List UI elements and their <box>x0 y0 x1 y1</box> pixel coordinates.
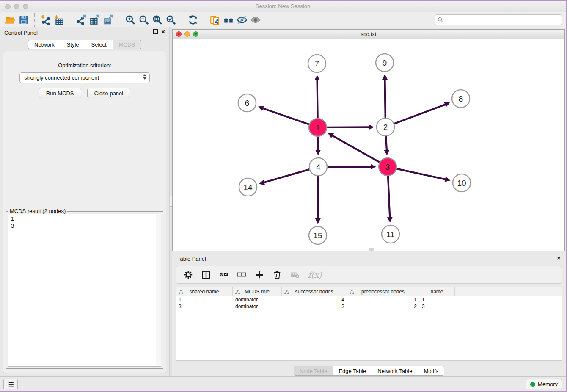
column-header-MCDS-role[interactable]: MCDS role <box>233 287 282 296</box>
column-header-name[interactable]: name <box>419 287 455 296</box>
table-cell[interactable]: dominator <box>233 303 282 310</box>
tab-edge-table[interactable]: Edge Table <box>333 366 372 376</box>
edge-2-9[interactable] <box>385 78 385 118</box>
zoom-selected-button[interactable] <box>164 14 178 26</box>
save-session-button[interactable] <box>17 14 30 26</box>
canvas-scrollbar-handle[interactable] <box>369 248 374 251</box>
table-cell[interactable]: dominator <box>233 296 282 303</box>
column-header-successor-nodes[interactable]: successor nodes <box>282 287 347 296</box>
edge-4-15[interactable] <box>318 176 318 220</box>
graph-node-9[interactable]: 9 <box>376 54 394 72</box>
table-settings-gear-icon[interactable] <box>184 270 193 279</box>
export-table-button[interactable] <box>88 14 102 26</box>
mcds-panel: Optimization criterion: strongly connect… <box>3 51 166 373</box>
graph-node-1[interactable]: 1 <box>309 119 327 136</box>
edge-3-1[interactable] <box>331 135 379 163</box>
network-window-titlebar[interactable]: × – + scc.txt <box>173 30 564 39</box>
tab-select[interactable]: Select <box>85 40 113 49</box>
optimization-criterion-label: Optimization criterion: <box>3 62 166 69</box>
memory-button[interactable]: Memory <box>526 379 562 389</box>
graph-node-8[interactable]: 8 <box>452 90 470 108</box>
zoom-out-button[interactable] <box>137 14 151 26</box>
table-cell[interactable]: 3 <box>419 303 455 310</box>
tab-style[interactable]: Style <box>61 40 85 49</box>
table-cell[interactable]: 3 <box>282 303 347 310</box>
hide-selected-button[interactable] <box>235 14 249 26</box>
run-mcds-button[interactable]: Run MCDS <box>39 88 81 98</box>
search-input[interactable] <box>445 17 559 23</box>
tab-motifs[interactable]: Motifs <box>418 366 444 376</box>
close-panel-button[interactable]: Close panel <box>87 88 131 98</box>
network-view-window: × – + scc.txt 1234678910111415 <box>172 29 565 251</box>
edge-1-7[interactable] <box>317 79 317 118</box>
graph-node-6[interactable]: 6 <box>238 94 256 112</box>
export-image-button[interactable] <box>102 14 115 26</box>
column-header-label: MCDS role <box>245 289 270 295</box>
show-all-button[interactable] <box>249 14 262 26</box>
table-cell[interactable]: 1 <box>419 296 455 303</box>
task-history-button[interactable] <box>3 379 18 389</box>
zoom-in-button[interactable] <box>124 14 137 26</box>
clone-network-button[interactable] <box>208 14 222 26</box>
add-column-icon[interactable] <box>255 270 264 279</box>
edge-1-2[interactable] <box>327 127 370 127</box>
table-cell[interactable]: 1 <box>176 296 233 303</box>
edge-4-14[interactable] <box>263 169 309 183</box>
toolbar-separator <box>34 13 35 27</box>
edge-3-10[interactable] <box>396 169 446 180</box>
select-all-rows-icon[interactable] <box>219 270 228 279</box>
float-panel-icon[interactable] <box>153 29 158 34</box>
result-scrollbar[interactable] <box>156 214 161 367</box>
graph-node-14[interactable]: 14 <box>239 178 257 196</box>
export-network-button[interactable] <box>74 14 88 26</box>
toggle-panes-icon[interactable] <box>201 270 211 279</box>
node-table[interactable]: shared nameMCDS rolesuccessor nodesprede… <box>176 287 562 361</box>
first-neighbors-button[interactable] <box>222 14 235 26</box>
table-cell[interactable]: 3 <box>176 303 233 310</box>
table-cell[interactable]: 1 <box>347 296 419 303</box>
graph-node-2[interactable]: 2 <box>377 118 394 136</box>
close-panel-icon[interactable]: × <box>161 29 165 34</box>
tab-mcds[interactable]: MCDS <box>113 40 141 49</box>
network-canvas[interactable]: 1234678910111415 <box>173 39 564 251</box>
table-cell[interactable]: 2 <box>347 303 419 310</box>
table-cell[interactable]: 4 <box>282 296 347 303</box>
column-header-predecessor-nodes[interactable]: predecessor nodes <box>347 287 419 296</box>
main-toolbar <box>0 12 566 28</box>
float-panel-icon[interactable] <box>549 256 553 260</box>
table-row[interactable]: 1dominator411 <box>176 296 562 303</box>
criterion-dropdown[interactable]: strongly connected component <box>19 72 150 83</box>
column-header-label: shared name <box>189 289 219 295</box>
edge-2-8[interactable] <box>394 104 447 124</box>
mcds-result-text[interactable]: 1 3 <box>8 214 161 367</box>
edge-2-3[interactable] <box>386 136 387 152</box>
show-eye-icon <box>250 14 261 25</box>
panel-splitter[interactable] <box>169 27 172 377</box>
table-row[interactable]: 3dominator323 <box>176 303 562 310</box>
delete-column-trash-icon[interactable] <box>272 270 282 279</box>
graph-node-15[interactable]: 15 <box>309 226 327 244</box>
edge-arrowhead <box>382 74 388 80</box>
tab-node-table[interactable]: Node Table <box>294 366 333 376</box>
column-type-icon <box>349 289 355 295</box>
graph-node-7[interactable]: 7 <box>308 55 326 72</box>
search-box <box>435 14 562 25</box>
open-session-button[interactable] <box>3 14 17 26</box>
function-builder-icon: f(x) <box>308 270 322 279</box>
network-graph[interactable]: 1234678910111415 <box>173 39 566 251</box>
import-table-button[interactable] <box>52 14 66 26</box>
close-panel-icon[interactable]: × <box>557 256 561 260</box>
graph-node-4[interactable]: 4 <box>309 158 327 176</box>
tab-network[interactable]: Network <box>28 40 61 49</box>
graph-node-11[interactable]: 11 <box>382 225 399 243</box>
deselect-all-rows-icon[interactable] <box>237 270 246 279</box>
apply-layout-button[interactable] <box>186 14 200 26</box>
tab-network-table[interactable]: Network Table <box>372 366 418 376</box>
edge-3-11[interactable] <box>388 176 390 219</box>
graph-node-10[interactable]: 10 <box>453 174 471 192</box>
column-header-shared-name[interactable]: shared name <box>176 287 233 296</box>
edge-1-6[interactable] <box>261 108 309 124</box>
zoom-fit-button[interactable] <box>151 14 164 26</box>
import-network-button[interactable] <box>39 14 52 26</box>
graph-node-3[interactable]: 3 <box>379 158 396 176</box>
